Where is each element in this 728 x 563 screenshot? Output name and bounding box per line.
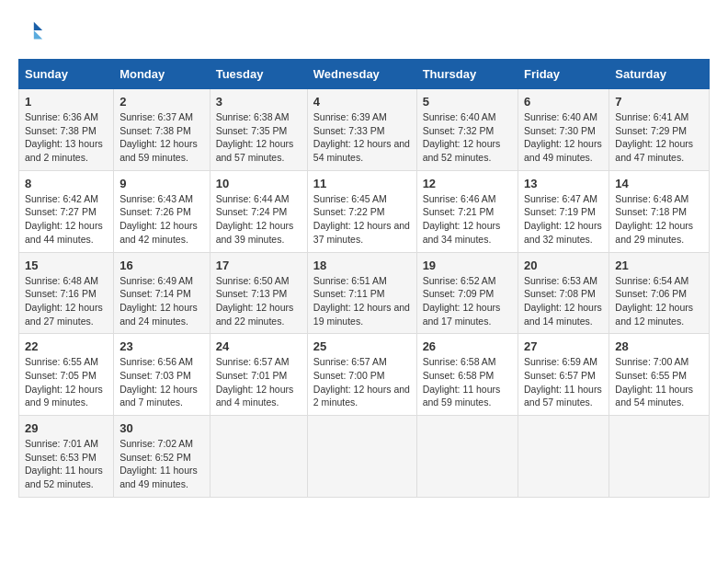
day-number: 29: [25, 421, 108, 435]
day-number: 30: [119, 421, 204, 435]
day-number: 20: [524, 259, 603, 272]
day-number: 24: [216, 339, 301, 353]
day-number: 5: [423, 95, 512, 109]
calendar-cell: 6Sunrise: 6:40 AMSunset: 7:30 PMDaylight…: [518, 89, 609, 171]
weekday-header-saturday: Saturday: [609, 60, 710, 89]
calendar-cell: 21Sunrise: 6:54 AMSunset: 7:06 PMDayligh…: [609, 252, 710, 334]
day-number: 19: [423, 259, 512, 272]
day-info: Sunrise: 6:57 AMSunset: 7:01 PMDaylight:…: [216, 355, 301, 409]
calendar-cell: 17Sunrise: 6:50 AMSunset: 7:13 PMDayligh…: [210, 252, 307, 334]
day-info: Sunrise: 7:02 AMSunset: 6:52 PMDaylight:…: [119, 437, 204, 491]
day-number: 1: [25, 95, 108, 109]
calendar-cell: 28Sunrise: 7:00 AMSunset: 6:55 PMDayligh…: [609, 334, 710, 416]
day-number: 12: [423, 177, 512, 190]
weekday-header-thursday: Thursday: [416, 60, 518, 89]
calendar-cell: 9Sunrise: 6:43 AMSunset: 7:26 PMDaylight…: [114, 170, 210, 252]
day-info: Sunrise: 6:40 AMSunset: 7:32 PMDaylight:…: [423, 110, 512, 165]
day-info: Sunrise: 7:01 AMSunset: 6:53 PMDaylight:…: [25, 437, 108, 491]
calendar-cell: 4Sunrise: 6:39 AMSunset: 7:33 PMDaylight…: [307, 89, 416, 171]
calendar-cell: 20Sunrise: 6:53 AMSunset: 7:08 PMDayligh…: [518, 252, 609, 334]
day-number: 17: [216, 259, 301, 272]
weekday-header-monday: Monday: [114, 60, 210, 89]
day-number: 18: [313, 259, 411, 272]
day-info: Sunrise: 6:43 AMSunset: 7:26 PMDaylight:…: [119, 192, 204, 247]
day-number: 21: [615, 259, 703, 272]
calendar-row: 8Sunrise: 6:42 AMSunset: 7:27 PMDaylight…: [19, 170, 710, 252]
calendar-cell: 29Sunrise: 7:01 AMSunset: 6:53 PMDayligh…: [19, 416, 114, 498]
day-info: Sunrise: 6:48 AMSunset: 7:18 PMDaylight:…: [615, 192, 703, 247]
calendar-cell: 7Sunrise: 6:41 AMSunset: 7:29 PMDaylight…: [609, 89, 710, 171]
day-info: Sunrise: 6:36 AMSunset: 7:38 PMDaylight:…: [25, 110, 108, 165]
day-number: 8: [25, 177, 108, 190]
day-info: Sunrise: 6:52 AMSunset: 7:09 PMDaylight:…: [423, 274, 512, 328]
day-info: Sunrise: 6:42 AMSunset: 7:27 PMDaylight:…: [25, 192, 108, 247]
calendar-cell: 25Sunrise: 6:57 AMSunset: 7:00 PMDayligh…: [307, 334, 416, 416]
day-info: Sunrise: 6:49 AMSunset: 7:14 PMDaylight:…: [119, 274, 204, 328]
day-number: 26: [423, 339, 512, 353]
day-info: Sunrise: 6:48 AMSunset: 7:16 PMDaylight:…: [25, 274, 108, 328]
day-number: 23: [119, 339, 204, 353]
svg-marker-0: [34, 22, 42, 30]
calendar-cell: 3Sunrise: 6:38 AMSunset: 7:35 PMDaylight…: [210, 89, 307, 171]
calendar-cell: 5Sunrise: 6:40 AMSunset: 7:32 PMDaylight…: [416, 89, 518, 171]
weekday-header-wednesday: Wednesday: [307, 60, 416, 89]
day-info: Sunrise: 6:57 AMSunset: 7:00 PMDaylight:…: [313, 355, 411, 409]
day-number: 16: [119, 259, 204, 272]
day-info: Sunrise: 6:45 AMSunset: 7:22 PMDaylight:…: [313, 192, 411, 247]
calendar-row: 1Sunrise: 6:36 AMSunset: 7:38 PMDaylight…: [19, 89, 710, 171]
day-info: Sunrise: 6:44 AMSunset: 7:24 PMDaylight:…: [216, 192, 301, 247]
day-number: 9: [119, 177, 204, 190]
svg-marker-1: [34, 30, 42, 39]
calendar-cell: 10Sunrise: 6:44 AMSunset: 7:24 PMDayligh…: [210, 170, 307, 252]
day-info: Sunrise: 6:53 AMSunset: 7:08 PMDaylight:…: [524, 274, 603, 328]
day-info: Sunrise: 6:55 AMSunset: 7:05 PMDaylight:…: [25, 355, 108, 409]
day-info: Sunrise: 6:54 AMSunset: 7:06 PMDaylight:…: [615, 274, 703, 328]
weekday-header-friday: Friday: [518, 60, 609, 89]
calendar-cell: 13Sunrise: 6:47 AMSunset: 7:19 PMDayligh…: [518, 170, 609, 252]
calendar-cell: 23Sunrise: 6:56 AMSunset: 7:03 PMDayligh…: [114, 334, 210, 416]
calendar-cell: 27Sunrise: 6:59 AMSunset: 6:57 PMDayligh…: [518, 334, 609, 416]
calendar-cell: [609, 416, 710, 498]
calendar-cell: [416, 416, 518, 498]
calendar-cell: 12Sunrise: 6:46 AMSunset: 7:21 PMDayligh…: [416, 170, 518, 252]
calendar-row: 29Sunrise: 7:01 AMSunset: 6:53 PMDayligh…: [19, 416, 710, 498]
day-info: Sunrise: 6:56 AMSunset: 7:03 PMDaylight:…: [119, 355, 204, 409]
calendar-cell: 26Sunrise: 6:58 AMSunset: 6:58 PMDayligh…: [416, 334, 518, 416]
day-info: Sunrise: 6:41 AMSunset: 7:29 PMDaylight:…: [615, 110, 703, 165]
day-number: 11: [313, 177, 411, 190]
calendar-cell: 1Sunrise: 6:36 AMSunset: 7:38 PMDaylight…: [19, 89, 114, 171]
calendar-cell: 18Sunrise: 6:51 AMSunset: 7:11 PMDayligh…: [307, 252, 416, 334]
day-info: Sunrise: 6:46 AMSunset: 7:21 PMDaylight:…: [423, 192, 512, 247]
day-number: 10: [216, 177, 301, 190]
calendar-cell: 24Sunrise: 6:57 AMSunset: 7:01 PMDayligh…: [210, 334, 307, 416]
day-number: 4: [313, 95, 411, 109]
calendar-row: 15Sunrise: 6:48 AMSunset: 7:16 PMDayligh…: [19, 252, 710, 334]
day-number: 25: [313, 339, 411, 353]
day-number: 3: [216, 95, 301, 109]
day-info: Sunrise: 6:58 AMSunset: 6:58 PMDaylight:…: [423, 355, 512, 409]
calendar-table: SundayMondayTuesdayWednesdayThursdayFrid…: [18, 59, 710, 498]
day-info: Sunrise: 6:47 AMSunset: 7:19 PMDaylight:…: [524, 192, 603, 247]
day-info: Sunrise: 6:51 AMSunset: 7:11 PMDaylight:…: [313, 274, 411, 328]
weekday-header-sunday: Sunday: [19, 60, 114, 89]
day-info: Sunrise: 6:59 AMSunset: 6:57 PMDaylight:…: [524, 355, 603, 409]
day-info: Sunrise: 7:00 AMSunset: 6:55 PMDaylight:…: [615, 355, 703, 409]
calendar-cell: 22Sunrise: 6:55 AMSunset: 7:05 PMDayligh…: [19, 334, 114, 416]
calendar-cell: 15Sunrise: 6:48 AMSunset: 7:16 PMDayligh…: [19, 252, 114, 334]
calendar-cell: 8Sunrise: 6:42 AMSunset: 7:27 PMDaylight…: [19, 170, 114, 252]
day-number: 28: [615, 339, 703, 353]
calendar-cell: 19Sunrise: 6:52 AMSunset: 7:09 PMDayligh…: [416, 252, 518, 334]
calendar-cell: 16Sunrise: 6:49 AMSunset: 7:14 PMDayligh…: [114, 252, 210, 334]
calendar-cell: 30Sunrise: 7:02 AMSunset: 6:52 PMDayligh…: [114, 416, 210, 498]
day-number: 2: [119, 95, 204, 109]
day-number: 14: [615, 177, 703, 190]
logo-icon: [18, 18, 44, 44]
day-number: 22: [25, 339, 108, 353]
calendar-row: 22Sunrise: 6:55 AMSunset: 7:05 PMDayligh…: [19, 334, 710, 416]
day-number: 7: [615, 95, 703, 109]
day-info: Sunrise: 6:50 AMSunset: 7:13 PMDaylight:…: [216, 274, 301, 328]
day-number: 15: [25, 259, 108, 272]
calendar-cell: 2Sunrise: 6:37 AMSunset: 7:38 PMDaylight…: [114, 89, 210, 171]
calendar-cell: [518, 416, 609, 498]
calendar-cell: 11Sunrise: 6:45 AMSunset: 7:22 PMDayligh…: [307, 170, 416, 252]
